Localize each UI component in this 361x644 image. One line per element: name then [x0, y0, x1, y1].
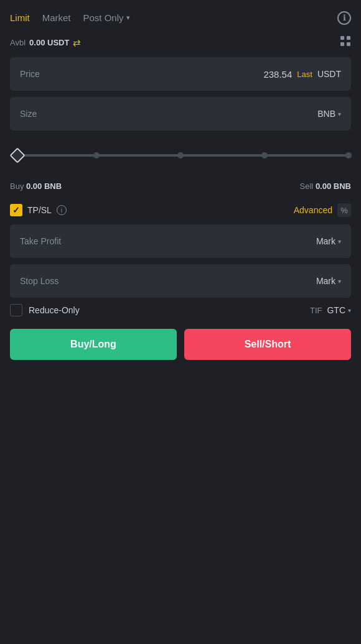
check-icon: ✓ — [12, 205, 20, 215]
sell-amount: Sell 0.00 BNB — [300, 182, 351, 191]
chevron-down-icon: ▾ — [338, 111, 341, 117]
take-profit-label: Take Profit — [20, 236, 61, 246]
svg-rect-1 — [347, 36, 350, 40]
tif-label: TIF — [310, 306, 322, 315]
tpsl-checkbox[interactable]: ✓ — [10, 204, 22, 216]
slider-thumb[interactable] — [9, 147, 25, 163]
price-label: Price — [20, 69, 40, 79]
slider-dot-100[interactable] — [345, 152, 352, 159]
stop-loss-label: Stop Loss — [20, 276, 59, 286]
price-input-group[interactable]: Price 238.54 Last USDT — [10, 57, 351, 91]
slider-container[interactable] — [10, 137, 351, 179]
size-input-group[interactable]: Size BNB ▾ — [10, 97, 351, 131]
chevron-down-icon: ▾ — [338, 278, 341, 285]
price-right: 238.54 Last USDT — [263, 69, 341, 80]
svg-rect-0 — [340, 36, 344, 40]
gtc-dropdown[interactable]: GTC ▾ — [327, 305, 351, 315]
avbl-value: 0.00 USDT — [29, 38, 69, 47]
avbl-balance: Avbl 0.00 USDT ⇄ — [10, 37, 81, 48]
transfer-icon[interactable]: ⇄ — [73, 37, 81, 48]
size-currency-dropdown[interactable]: BNB ▾ — [317, 109, 341, 119]
last-label: Last — [297, 70, 312, 79]
stop-loss-input-group[interactable]: Stop Loss Mark ▾ — [10, 264, 351, 298]
svg-rect-2 — [340, 42, 344, 46]
take-profit-trigger-dropdown[interactable]: Mark ▾ — [316, 236, 341, 246]
chevron-down-icon: ▾ — [348, 307, 351, 314]
reduce-only-label: Reduce-Only — [29, 305, 80, 315]
chevron-down-icon: ▾ — [338, 238, 341, 245]
tpsl-label: TP/SL — [27, 205, 52, 215]
grid-icon[interactable] — [340, 35, 351, 50]
slider-dot-25[interactable] — [93, 152, 100, 159]
percent-icon[interactable]: % — [337, 203, 351, 217]
price-currency: USDT — [317, 69, 341, 79]
tpsl-info-icon[interactable]: i — [57, 205, 67, 215]
action-buttons: Buy/Long Sell/Short — [10, 329, 351, 360]
tif-section: TIF GTC ▾ — [310, 305, 351, 315]
tpsl-right: Advanced % — [294, 203, 351, 217]
info-icon[interactable]: ℹ — [337, 11, 351, 25]
tab-postonly[interactable]: Post Only ▾ — [83, 10, 130, 25]
reduce-only-left: Reduce-Only — [10, 304, 80, 316]
buy-long-button[interactable]: Buy/Long — [10, 329, 177, 360]
tab-limit[interactable]: Limit — [10, 10, 30, 25]
slider-dot-50[interactable] — [177, 152, 184, 159]
svg-rect-3 — [347, 42, 350, 46]
reduce-only-checkbox[interactable] — [10, 304, 22, 316]
size-label: Size — [20, 109, 37, 119]
slider-dot-75[interactable] — [261, 152, 268, 159]
price-value: 238.54 — [263, 69, 292, 80]
advanced-button[interactable]: Advanced — [294, 205, 332, 215]
buy-amount: Buy 0.00 BNB — [10, 182, 62, 191]
tab-market[interactable]: Market — [42, 10, 71, 25]
take-profit-input-group[interactable]: Take Profit Mark ▾ — [10, 224, 351, 258]
slider-track — [12, 154, 349, 157]
buy-sell-row: Buy 0.00 BNB Sell 0.00 BNB — [10, 182, 351, 191]
chevron-down-icon: ▾ — [126, 14, 130, 22]
tpsl-row: ✓ TP/SL i Advanced % — [10, 203, 351, 217]
tpsl-left: ✓ TP/SL i — [10, 204, 67, 216]
sell-short-button[interactable]: Sell/Short — [184, 329, 351, 360]
tab-bar: Limit Market Post Only ▾ ℹ — [10, 10, 351, 25]
stop-loss-trigger-dropdown[interactable]: Mark ▾ — [316, 276, 341, 286]
reduce-only-row: Reduce-Only TIF GTC ▾ — [10, 304, 351, 316]
avbl-row: Avbl 0.00 USDT ⇄ — [10, 35, 351, 50]
